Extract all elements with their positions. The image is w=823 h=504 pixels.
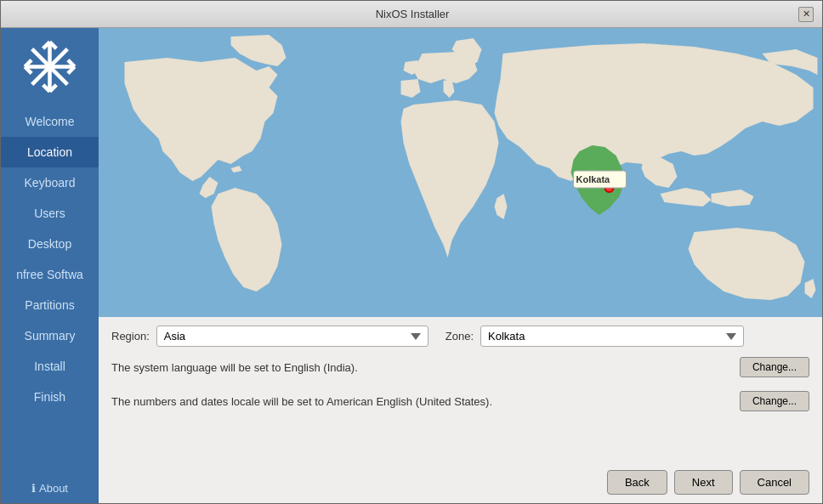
zone-group: Zone: Kolkata <box>446 326 744 347</box>
world-map[interactable]: Kolkata <box>99 28 822 317</box>
locale-info-row: The numbers and dates locale will be set… <box>111 388 809 415</box>
zone-select[interactable]: Kolkata <box>480 326 744 347</box>
locale-info-text: The numbers and dates locale will be set… <box>111 395 492 408</box>
sidebar-item-desktop[interactable]: Desktop <box>1 229 99 259</box>
content-area: Welcome Location Keyboard Users Desktop … <box>1 28 822 503</box>
sidebar-item-finish[interactable]: Finish <box>1 382 99 412</box>
nixos-logo <box>20 37 80 96</box>
change-language-button[interactable]: Change... <box>740 357 809 377</box>
close-button[interactable]: ✕ <box>798 7 814 22</box>
back-button[interactable]: Back <box>607 470 667 495</box>
region-zone-row: Region: Asia Zone: Kolkata <box>111 326 809 347</box>
region-label: Region: <box>111 330 150 343</box>
window-title: NixOS Installer <box>26 8 798 20</box>
sidebar-item-users[interactable]: Users <box>1 198 99 229</box>
sidebar-item-nonfree[interactable]: nfree Softwa <box>1 259 99 290</box>
app-window: NixOS Installer ✕ <box>0 0 823 504</box>
controls-area: Region: Asia Zone: Kolkata The system la… <box>99 317 822 463</box>
sidebar-item-partitions[interactable]: Partitions <box>1 290 99 320</box>
language-info-text: The system language will be set to Engli… <box>111 361 358 374</box>
sidebar-item-location[interactable]: Location <box>1 137 99 167</box>
sidebar-item-summary[interactable]: Summary <box>1 320 99 351</box>
titlebar: NixOS Installer ✕ <box>1 1 822 28</box>
sidebar-item-about[interactable]: ℹ About <box>1 473 99 503</box>
navigation-buttons: Back Next Cancel <box>99 463 822 503</box>
zone-label: Zone: <box>446 330 474 343</box>
city-label: Kolkata <box>576 174 611 184</box>
region-group: Region: Asia <box>111 326 429 347</box>
change-locale-button[interactable]: Change... <box>740 391 809 411</box>
map-container[interactable]: Kolkata <box>99 28 822 317</box>
sidebar-item-install[interactable]: Install <box>1 351 99 382</box>
next-button[interactable]: Next <box>674 470 733 495</box>
region-select[interactable]: Asia <box>156 326 429 347</box>
cancel-button[interactable]: Cancel <box>740 470 809 495</box>
main-area: Kolkata Region: Asia Zone: Kolkata <box>99 28 822 503</box>
sidebar-item-welcome[interactable]: Welcome <box>1 106 99 137</box>
language-info-row: The system language will be set to Engli… <box>111 354 809 381</box>
sidebar: Welcome Location Keyboard Users Desktop … <box>1 28 99 503</box>
sidebar-item-keyboard[interactable]: Keyboard <box>1 167 99 198</box>
